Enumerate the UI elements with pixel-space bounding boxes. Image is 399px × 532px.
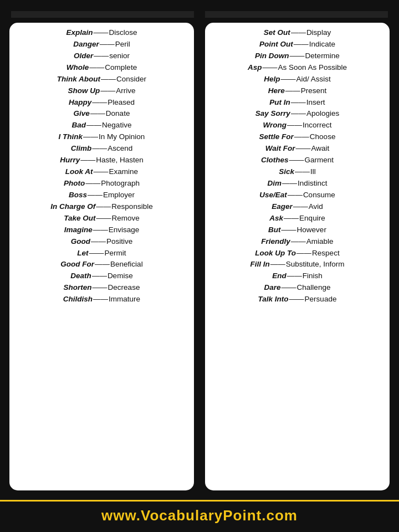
dash: ——	[80, 155, 95, 166]
informal-word: In Charge Of	[50, 201, 95, 213]
word-row: Boss——Employer	[15, 190, 188, 201]
formal-word: Examine	[109, 166, 139, 178]
word-row: Here——Present	[211, 85, 384, 97]
informal-word: But	[268, 224, 281, 236]
word-row: Give——Donate	[15, 108, 188, 120]
informal-word: Imagine	[64, 224, 93, 236]
informal-word: Settle For	[259, 131, 294, 143]
dash: ——	[95, 259, 110, 270]
word-row: Fill In——Substitute, Inform	[211, 259, 384, 270]
formal-word: Remove	[111, 213, 139, 224]
informal-word: Good For	[60, 259, 94, 270]
formal-word: Pleased	[108, 97, 135, 109]
word-row: Good For——Beneficial	[15, 259, 188, 270]
formal-word: Immature	[109, 294, 140, 305]
word-row: End——Finish	[211, 270, 384, 282]
column-headers	[0, 9, 399, 21]
left-column: Explain——DiscloseDanger——PerilOlder——sen…	[8, 21, 196, 492]
word-row: Shorten——Decrease	[15, 282, 188, 294]
formal-word: Consume	[303, 190, 335, 201]
dash: ——	[92, 97, 107, 109]
word-row: In Charge Of——Responsible	[15, 201, 188, 213]
dash: ——	[282, 282, 296, 294]
dash: ——	[287, 270, 302, 282]
informal-word: Think About	[57, 74, 100, 85]
dash: ——	[96, 213, 111, 224]
word-row: Wrong——Incorrect	[211, 120, 384, 131]
informal-word: Put In	[269, 97, 290, 109]
dash: ——	[287, 120, 302, 131]
word-row: Say Sorry——Apologies	[211, 108, 384, 120]
formal-word: Ascend	[108, 143, 132, 155]
dash: ——	[289, 294, 304, 305]
word-row: Use/Eat——Consume	[211, 190, 384, 201]
informal-word: Shorten	[64, 282, 92, 294]
informal-word: Take Out	[64, 213, 95, 224]
informal-word: Ask	[269, 213, 283, 224]
left-col-header	[11, 11, 194, 18]
word-row: Good——Positive	[15, 236, 188, 248]
informal-word: Good	[71, 236, 90, 248]
informal-word: Older	[74, 50, 93, 62]
dash: ——	[93, 224, 108, 236]
formal-word: Photograph	[101, 178, 140, 190]
dash: ——	[94, 166, 109, 178]
informal-word: Pin Down	[255, 50, 289, 62]
formal-word: Insert	[306, 97, 325, 109]
dash: ——	[94, 27, 109, 39]
informal-word: Look Up To	[255, 248, 296, 259]
dash: ——	[295, 166, 310, 178]
word-row: Clothes——Garment	[211, 155, 384, 166]
dash: ——	[100, 85, 115, 97]
word-row: Wait For——Await	[211, 143, 384, 155]
word-row: I Think——In My Opinion	[15, 131, 188, 143]
formal-word: Responsible	[111, 201, 152, 213]
informal-word: Say Sorry	[255, 108, 290, 120]
informal-word: Bad	[72, 120, 86, 131]
word-row: Bad——Negative	[15, 120, 188, 131]
formal-word: Determine	[305, 50, 340, 62]
informal-word: Show Up	[68, 85, 100, 97]
formal-word: Substitute, Inform	[286, 259, 345, 270]
formal-word: Finish	[303, 270, 323, 282]
footer: www.VocabularyPoint.com	[0, 500, 399, 532]
formal-word: Aid/ Assist	[296, 74, 330, 85]
word-row: Eager——Avid	[211, 201, 384, 213]
formal-word: Envisage	[109, 224, 140, 236]
word-row: Settle For——Choose	[211, 131, 384, 143]
formal-word: Await	[311, 143, 329, 155]
formal-word: Enquire	[299, 213, 325, 224]
word-row: Death——Demise	[15, 270, 188, 282]
formal-word: Donate	[106, 108, 130, 120]
formal-word: Avid	[309, 201, 323, 213]
word-row: Explain——Disclose	[15, 27, 188, 39]
dash: ——	[293, 201, 308, 213]
dash: ——	[89, 248, 104, 259]
word-row: Look At——Examine	[15, 166, 188, 178]
header	[0, 0, 399, 9]
informal-word: Point Out	[259, 39, 293, 50]
dash: ——	[89, 62, 104, 74]
informal-word: Happy	[69, 97, 91, 109]
word-row: Sick——Ill	[211, 166, 384, 178]
formal-word: Respect	[312, 248, 340, 259]
informal-word: Hurry	[60, 155, 80, 166]
dash: ——	[86, 120, 101, 131]
dash: ——	[290, 50, 305, 62]
dash: ——	[90, 108, 105, 120]
dash: ——	[291, 27, 306, 39]
word-row: Hurry——Haste, Hasten	[15, 155, 188, 166]
formal-word: Apologies	[306, 108, 339, 120]
word-row: Imagine——Envisage	[15, 224, 188, 236]
informal-word: Explain	[66, 27, 93, 39]
formal-word: Consider	[116, 74, 146, 85]
formal-word: Permit	[105, 248, 126, 259]
word-row: Take Out——Remove	[15, 213, 188, 224]
word-row: Happy——Pleased	[15, 97, 188, 109]
word-row: Ask——Enquire	[211, 213, 384, 224]
dash: ——	[262, 62, 277, 74]
dash: ——	[294, 39, 309, 50]
word-row: Look Up To——Respect	[211, 248, 384, 259]
dash: ——	[92, 270, 107, 282]
footer-url-start: www.	[101, 507, 141, 524]
